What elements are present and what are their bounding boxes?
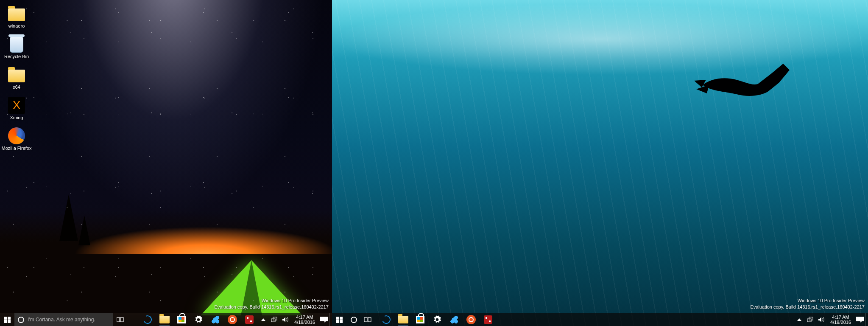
tray-volume[interactable] [280, 313, 291, 326]
app-icon [211, 315, 220, 324]
start-button[interactable] [332, 313, 346, 326]
cortana-icon [18, 317, 24, 323]
taskbar: I'm Cortana. Ask me anything. [0, 313, 332, 326]
svg-rect-4 [364, 318, 367, 322]
show-desktop-button[interactable] [865, 313, 868, 326]
svg-rect-5 [368, 318, 371, 322]
clock-date: 4/19/2016 [294, 320, 315, 325]
taskbar-settings[interactable] [190, 313, 207, 326]
windows-logo-icon [4, 317, 11, 323]
action-center-icon [320, 317, 328, 323]
taskbar-ubuntu[interactable] [463, 313, 480, 326]
desktop-icon-firefox[interactable]: Mozilla Firefox [1, 126, 32, 155]
action-center-button[interactable] [318, 313, 329, 326]
watermark-line2: Evaluation copy. Build 14316.rs1_release… [215, 304, 329, 310]
windows-logo-icon [336, 317, 343, 323]
taskbar-settings[interactable] [429, 313, 446, 326]
task-view-button[interactable] [113, 313, 128, 326]
taskbar-clock[interactable]: 4:17 AM 4/19/2016 [827, 315, 854, 325]
windows-watermark: Windows 10 Pro Insider Preview Evaluatio… [751, 298, 865, 310]
pinned-apps [139, 313, 258, 326]
store-icon [177, 316, 186, 323]
screen-left: winaero Recycle Bin x64 X Xming Mozilla … [0, 0, 332, 326]
clock-date: 4/19/2016 [830, 320, 851, 325]
network-icon [807, 317, 814, 323]
desktop-icon-x64[interactable]: x64 [1, 65, 32, 94]
tray-network[interactable] [269, 313, 280, 326]
task-view-icon [364, 317, 372, 323]
watermark-line1: Windows 10 Pro Insider Preview [215, 298, 329, 304]
cortana-search[interactable]: I'm Cortana. Ask me anything. [14, 313, 113, 326]
action-center-button[interactable] [854, 313, 865, 326]
taskbar-edge[interactable] [139, 313, 156, 326]
tray-network[interactable] [805, 313, 816, 326]
windows-watermark: Windows 10 Pro Insider Preview Evaluatio… [215, 298, 329, 310]
taskbar-app1[interactable] [446, 313, 463, 326]
desktop-icon-label: winaero [8, 23, 25, 28]
desktop-icon-xming[interactable]: X Xming [1, 96, 32, 125]
taskbar-store[interactable] [412, 313, 429, 326]
recycle-bin-icon [10, 37, 23, 53]
dice-icon [245, 315, 254, 324]
taskbar-file-explorer[interactable] [395, 313, 412, 326]
clock-time: 4:17 AM [830, 315, 851, 320]
wallpaper-tree [78, 216, 90, 245]
desktop-icons: winaero Recycle Bin x64 X Xming Mozilla … [1, 4, 34, 157]
volume-icon [282, 317, 289, 323]
svg-rect-1 [120, 318, 123, 322]
chevron-up-icon [797, 318, 801, 321]
chevron-up-icon [261, 318, 265, 321]
cortana-button[interactable] [346, 313, 361, 326]
desktop-icon-label: x64 [13, 84, 20, 90]
task-view-button[interactable] [361, 313, 375, 326]
desktop-icon-recycle-bin[interactable]: Recycle Bin [1, 35, 32, 64]
wallpaper-diver [694, 55, 792, 106]
taskbar-app2[interactable] [241, 313, 258, 326]
wallpaper-underwater[interactable] [332, 0, 868, 326]
tray-overflow[interactable] [258, 313, 269, 326]
gear-icon [194, 315, 203, 324]
firefox-icon [8, 127, 25, 144]
taskbar-edge[interactable] [378, 313, 395, 326]
tray-overflow[interactable] [794, 313, 805, 326]
system-tray: 4:17 AM 4/19/2016 [258, 313, 332, 326]
watermark-line2: Evaluation copy. Build 14316.rs1_release… [751, 304, 865, 310]
tray-volume[interactable] [816, 313, 827, 326]
system-tray: 4:17 AM 4/19/2016 [794, 313, 868, 326]
file-explorer-icon [398, 316, 408, 323]
file-explorer-icon [159, 316, 170, 323]
xming-icon: X [8, 97, 25, 114]
edge-icon [381, 314, 392, 325]
folder-icon [8, 70, 25, 82]
taskbar-file-explorer[interactable] [156, 313, 173, 326]
dice-icon [484, 315, 492, 324]
store-icon [416, 316, 424, 323]
volume-icon [818, 317, 825, 323]
screen-right: Windows 10 Pro Insider Preview Evaluatio… [332, 0, 868, 326]
network-icon [271, 317, 278, 323]
start-button[interactable] [0, 313, 14, 326]
cortana-placeholder: I'm Cortana. Ask me anything. [28, 317, 95, 323]
action-center-icon [856, 317, 864, 323]
cortana-icon [351, 317, 357, 323]
ubuntu-icon [228, 315, 237, 324]
desktop-icon-winaero[interactable]: winaero [1, 4, 32, 33]
taskbar-app2[interactable] [480, 313, 497, 326]
edge-icon [142, 314, 153, 325]
desktop-icon-label: Xming [10, 115, 23, 120]
taskbar-app1[interactable] [207, 313, 224, 326]
svg-rect-0 [117, 318, 120, 322]
app-icon [449, 315, 459, 324]
taskbar: 4:17 AM 4/19/2016 [332, 313, 868, 326]
wallpaper-night[interactable] [0, 0, 332, 326]
wallpaper-tree [59, 194, 78, 241]
task-view-icon [117, 317, 124, 323]
taskbar-clock[interactable]: 4:17 AM 4/19/2016 [291, 315, 318, 325]
watermark-line1: Windows 10 Pro Insider Preview [751, 298, 865, 304]
desktop-icon-label: Recycle Bin [4, 54, 29, 59]
taskbar-store[interactable] [173, 313, 190, 326]
taskbar-ubuntu[interactable] [224, 313, 241, 326]
gear-icon [433, 315, 441, 324]
folder-icon [8, 8, 25, 21]
desktop-icon-label: Mozilla Firefox [2, 146, 32, 151]
